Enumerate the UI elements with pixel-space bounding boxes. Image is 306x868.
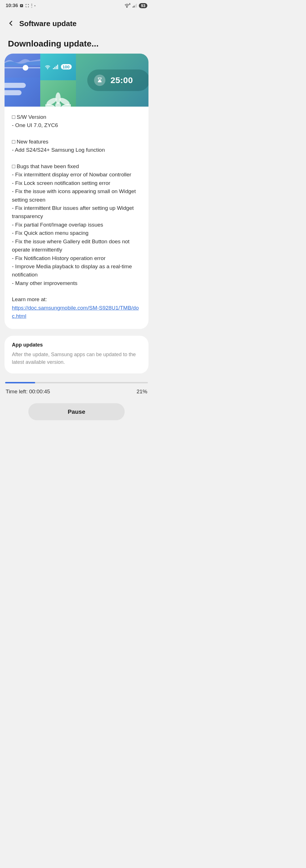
app-updates-title: App updates [12, 342, 141, 348]
hourglass-icon [94, 74, 105, 86]
svg-rect-7 [136, 4, 137, 8]
app-updates-card: App updates After the update, Samsung ap… [4, 336, 148, 373]
progress-percent-label: 21% [137, 389, 147, 395]
header: Software update [0, 11, 153, 33]
scan-icon [25, 4, 29, 8]
update-details-card: 100 25:00 □ S/W Version - One UI 7.0, ZY… [4, 54, 148, 329]
svg-rect-11 [57, 65, 58, 69]
hero-timer: 25:00 [110, 75, 133, 85]
wifi-icon: 6 [124, 4, 131, 8]
bug-item: - Fix intermittent Blur issues after set… [12, 204, 141, 221]
learn-more-link[interactable]: https://doc.samsungmobile.com/SM-S928U1/… [12, 305, 139, 319]
back-button[interactable] [8, 20, 14, 28]
sw-version-heading: □ S/W Version [12, 113, 141, 121]
bug-item: - Fix the issue where Gallery edit Butto… [12, 237, 141, 254]
status-time: 10:36 [6, 3, 18, 8]
dot-icon: • [34, 4, 35, 7]
bug-item: - Many other improvements [12, 279, 141, 287]
bug-item: - Fix Quick action menu spacing [12, 229, 141, 237]
bug-item: - Fix the issue with icons appearing sma… [12, 187, 141, 204]
svg-point-13 [56, 92, 61, 104]
bug-item: - Fix partial Font/Image overlap issues [12, 221, 141, 229]
page-title: Software update [19, 19, 76, 28]
svg-point-2 [31, 7, 32, 8]
svg-point-3 [127, 7, 127, 7]
sw-version-line: - One UI 7.0, ZYC6 [12, 121, 141, 129]
download-indicator-icon [20, 4, 24, 8]
svg-rect-9 [55, 67, 55, 69]
status-bar: 10:36 • 6 93 [0, 0, 153, 11]
svg-rect-8 [53, 68, 54, 69]
bug-item: - Fix Lock screen notification setting e… [12, 179, 141, 187]
bug-item: - Fix Notification History operation err… [12, 254, 141, 262]
svg-rect-1 [31, 3, 32, 6]
battery-level: 93 [139, 3, 147, 8]
bug-item: - Fix intermittent display error of Nowb… [12, 170, 141, 179]
pause-button[interactable]: Pause [28, 403, 125, 420]
download-progress-section: Time left: 00:00:45 21% [0, 382, 153, 403]
new-features-line: - Add S24/S24+ Samsung Log function [12, 146, 141, 154]
signal-icon [133, 4, 137, 8]
update-hero-image: 100 25:00 [4, 54, 148, 106]
new-features-heading: □ New features [12, 137, 141, 146]
status-bar-left: 10:36 • [6, 3, 35, 8]
svg-rect-5 [134, 6, 134, 7]
app-updates-desc: After the update, Samsung apps can be up… [12, 351, 141, 366]
svg-rect-4 [133, 6, 133, 7]
hero-signal-icon [53, 65, 59, 69]
bug-item: - Improve Media playback to display as a… [12, 262, 141, 279]
hero-wifi-icon [44, 64, 51, 69]
hero-battery-label: 100 [61, 64, 71, 69]
warning-icon [31, 3, 33, 8]
time-left-label: Time left: 00:00:45 [6, 389, 50, 395]
svg-rect-6 [135, 5, 135, 8]
changelog: □ S/W Version - One UI 7.0, ZYC6 □ New f… [4, 106, 148, 329]
learn-more-label: Learn more at: [12, 295, 141, 303]
status-bar-right: 6 93 [124, 3, 147, 8]
svg-rect-10 [56, 66, 57, 69]
download-status-title: Downloading update... [0, 33, 153, 54]
bugs-heading: □ Bugs that have been fixed [12, 162, 141, 170]
